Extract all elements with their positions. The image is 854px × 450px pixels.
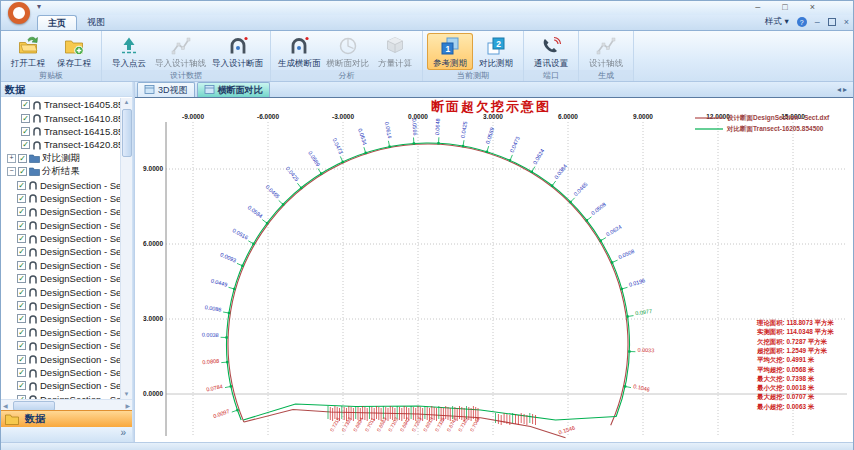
tree-item-design-section[interactable]: ✓DesignSection - Sect [1, 219, 121, 232]
ribbon-button-保存工程[interactable]: 保存工程 [51, 33, 97, 70]
ribbon: 打开工程保存工程剪贴板导入点云导入设计轴线导入设计断面设计数据生成横断面横断面对… [1, 31, 853, 82]
checkbox[interactable]: ✓ [21, 140, 30, 149]
scroll-right-icon[interactable]: ▶ [125, 402, 130, 409]
checkbox[interactable]: ✓ [17, 355, 26, 364]
checkbox[interactable]: ✓ [17, 314, 26, 323]
checkbox[interactable]: ✓ [17, 368, 26, 377]
tree-item-folder[interactable]: +✓对比测期 [1, 152, 121, 165]
checkbox[interactable]: ✓ [17, 247, 26, 256]
ribbon-tabs: 主页视图 [37, 15, 115, 30]
checkbox[interactable]: ✓ [17, 301, 26, 310]
tree-item-design-section[interactable]: ✓DesignSection - Sect [1, 366, 121, 379]
checkbox[interactable]: ✓ [17, 341, 26, 350]
help-icon[interactable]: ? [797, 17, 807, 27]
style-menu[interactable]: 样式 ▾ [765, 16, 789, 28]
tree-item-folder[interactable]: −✓分析结果 [1, 165, 121, 178]
tree-item-design-section[interactable]: ✓DesignSection - Sect [1, 379, 121, 392]
tree-item-design-section[interactable]: ✓DesignSection - Sect [1, 178, 121, 191]
tree-item-design-section[interactable]: ✓DesignSection - Sect [1, 312, 121, 325]
expand-icon[interactable]: − [7, 167, 16, 176]
tree-item-transect[interactable]: ✓Transect-16415.85 [1, 125, 121, 138]
scroll-up-icon[interactable]: ▲ [121, 98, 132, 107]
svg-text:6.0000: 6.0000 [558, 113, 578, 120]
tree-item-design-section[interactable]: ✓DesignSection - Sect [1, 299, 121, 312]
tree-item-design-section[interactable]: ✓DesignSection - Sect [1, 192, 121, 205]
window-icon [204, 84, 215, 97]
tree-item-transect[interactable]: ✓Transect-16420.85 [1, 138, 121, 151]
ribbon-button-打开工程[interactable]: 打开工程 [5, 33, 51, 70]
ribbon-button-参考测期[interactable]: 1参考测期 [427, 33, 473, 70]
ribbon-button-label: 方量计算 [378, 58, 412, 70]
ribbon-button-设计轴线[interactable]: 设计轴线 [583, 33, 629, 70]
section-icon [28, 260, 38, 270]
tree-item-design-section[interactable]: ✓DesignSection - Sect [1, 259, 121, 272]
tab-nav-arrows[interactable]: ◂▸ [837, 85, 849, 94]
quick-access-dropdown-icon[interactable]: ▾ [37, 2, 41, 11]
checkbox[interactable]: ✓ [18, 154, 27, 163]
sidebar-data-button[interactable]: 数据 [1, 410, 132, 427]
ribbon-button-通讯设置[interactable]: 通讯设置 [528, 33, 574, 70]
ribbon-button-对比测期[interactable]: 2对比测期 [473, 33, 519, 70]
checkbox[interactable]: ✓ [17, 274, 26, 283]
ribbon-tab-1[interactable]: 视图 [77, 15, 115, 30]
checkbox[interactable]: ✓ [17, 234, 26, 243]
checkbox[interactable]: ✓ [21, 127, 30, 136]
ribbon-button-导入设计轴线[interactable]: 导入设计轴线 [152, 33, 209, 70]
svg-text:欠挖面积: 0.7287 平方米: 欠挖面积: 0.7287 平方米 [756, 338, 828, 346]
checkbox[interactable]: ✓ [17, 181, 26, 190]
more-options-icon[interactable]: » [120, 427, 126, 438]
checkbox[interactable]: ✓ [17, 261, 26, 270]
ribbon-button-label: 横断面对比 [327, 58, 370, 70]
app-logo-icon[interactable] [8, 2, 30, 24]
ribbon-button-横断面对比[interactable]: 横断面对比 [324, 33, 373, 70]
checkbox[interactable]: ✓ [17, 381, 26, 390]
ribbon-button-导入点云[interactable]: 导入点云 [106, 33, 152, 70]
tree-item-design-section[interactable]: ✓DesignSection - Sect [1, 245, 121, 258]
ribbon-button-生成横断面[interactable]: 生成横断面 [275, 33, 324, 70]
tree-item-design-section[interactable]: ✓DesignSection - Sect [1, 285, 121, 298]
cross-section-chart[interactable]: -9.0000-6.0000-3.00000.00003.00006.00009… [135, 98, 853, 446]
svg-text:-3.0000: -3.0000 [332, 113, 354, 120]
tree-item-label: DesignSection - Sect [40, 193, 121, 204]
ribbon-group-label: 剪贴板 [1, 70, 101, 81]
checkbox[interactable]: ✓ [17, 221, 26, 230]
folder-add-icon [63, 34, 85, 58]
tree-item-design-section[interactable]: ✓DesignSection - Sect [1, 272, 121, 285]
expand-icon[interactable]: + [7, 154, 16, 163]
tree-item-transect[interactable]: ✓Transect-16410.85 [1, 111, 121, 124]
checkbox[interactable]: ✓ [17, 288, 26, 297]
nav-right-icon[interactable]: ▸ [843, 85, 849, 94]
document-tab-1[interactable]: 横断面对比 [197, 82, 270, 97]
ribbon-close-button[interactable]: × [844, 17, 849, 27]
tree-item-design-section[interactable]: ✓DesignSection - Sect [1, 352, 121, 365]
tree-item-label: DesignSection - Sect [40, 260, 121, 271]
document-tab-bar: 3D视图横断面对比 ◂▸ [135, 82, 853, 98]
checkbox[interactable]: ✓ [18, 167, 27, 176]
tree-item-label: DesignSection - Sect [40, 180, 121, 191]
scrollbar-thumb[interactable] [122, 109, 132, 157]
close-button[interactable]: × [810, 1, 815, 14]
ribbon-tab-0[interactable]: 主页 [37, 15, 77, 30]
checkbox[interactable]: ✓ [17, 207, 26, 216]
checkbox[interactable]: ✓ [21, 114, 30, 123]
ribbon-restore-button[interactable] [828, 18, 836, 26]
scroll-down-icon[interactable]: ▼ [121, 390, 132, 399]
scroll-left-icon[interactable]: ◀ [3, 402, 8, 409]
ribbon-minimize-button[interactable]: – [815, 17, 820, 27]
tree-item-transect[interactable]: ✓Transect-16405.85 [1, 98, 121, 111]
folder-icon [29, 167, 40, 176]
minimize-button[interactable]: – [755, 1, 760, 14]
sidebar-options-strip[interactable]: » [1, 427, 132, 442]
checkbox[interactable]: ✓ [17, 328, 26, 337]
tree-item-design-section[interactable]: ✓DesignSection - Sect [1, 232, 121, 245]
checkbox[interactable]: ✓ [21, 100, 30, 109]
maximize-button[interactable]: □ [782, 1, 787, 14]
tree-item-design-section[interactable]: ✓DesignSection - Sect [1, 339, 121, 352]
checkbox[interactable]: ✓ [17, 194, 26, 203]
tree-vertical-scrollbar[interactable]: ▲ ▼ [120, 98, 132, 399]
tree-item-design-section[interactable]: ✓DesignSection - Sect [1, 205, 121, 218]
tree-item-design-section[interactable]: ✓DesignSection - Sect [1, 326, 121, 339]
ribbon-button-导入设计断面[interactable]: 导入设计断面 [209, 33, 266, 70]
document-tab-0[interactable]: 3D视图 [137, 82, 195, 97]
ribbon-button-方量计算[interactable]: 方量计算 [372, 33, 418, 70]
